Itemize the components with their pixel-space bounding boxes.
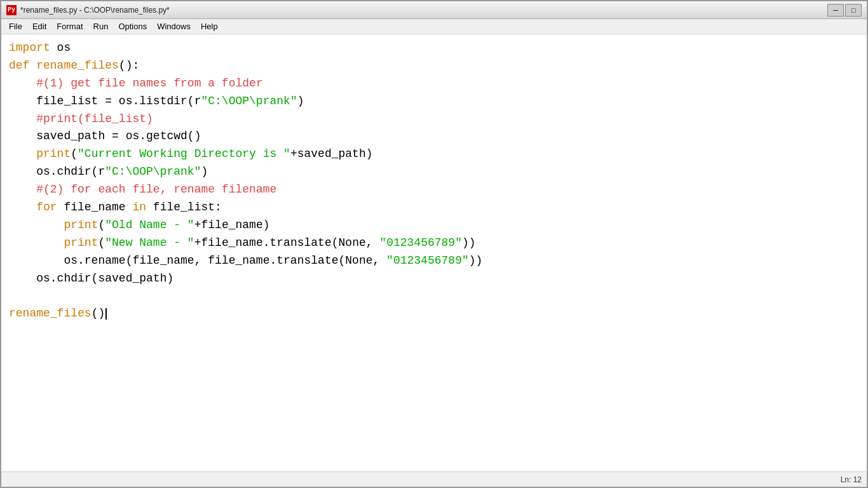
code-line-4: file_list = os.listdir(r"C:\OOP\prank") — [9, 93, 859, 111]
keyword-import: import — [9, 41, 50, 54]
code-editor[interactable]: import os def rename_files(): #(1) get f… — [1, 34, 867, 471]
menu-options[interactable]: Options — [113, 20, 152, 32]
text-cursor — [105, 308, 107, 320]
code-line-9: #(2) for each file, rename filename — [9, 181, 859, 199]
code-line-8: os.chdir(r"C:\OOP\prank") — [9, 163, 859, 181]
code-line-11: print("Old Name - "+file_name) — [9, 217, 859, 234]
menu-file[interactable]: File — [4, 20, 27, 32]
title-bar-text: *rename_files.py - C:\OOP\rename_files.p… — [20, 6, 827, 15]
menu-run[interactable]: Run — [88, 20, 114, 32]
keyword-def: def — [9, 59, 29, 72]
code-line-13: os.rename(file_name, file_name.translate… — [9, 252, 859, 270]
code-line-6: saved_path = os.getcwd() — [9, 128, 859, 146]
menu-help[interactable]: Help — [196, 20, 223, 32]
menu-edit[interactable]: Edit — [27, 20, 51, 32]
menu-format[interactable]: Format — [51, 20, 88, 32]
code-line-14: os.chdir(saved_path) — [9, 270, 859, 288]
code-line-1: import os — [9, 39, 859, 57]
maximize-button[interactable]: □ — [845, 4, 862, 17]
app-icon: Py — [6, 5, 17, 15]
line-info: Ln: 12 — [841, 475, 862, 484]
code-line-5: #print(file_list) — [9, 111, 859, 128]
code-line-16: rename_files() — [9, 305, 859, 323]
code-line-7: print("Current Working Directory is "+sa… — [9, 146, 859, 163]
code-line-12: print("New Name - "+file_name.translate(… — [9, 234, 859, 252]
status-bar: Ln: 12 — [1, 471, 867, 487]
code-line-3: #(1) get file names from a folder — [9, 75, 859, 93]
code-line-15 — [9, 287, 859, 305]
menu-windows[interactable]: Windows — [152, 20, 196, 32]
menu-bar: File Edit Format Run Options Windows Hel… — [1, 19, 867, 34]
title-bar: Py *rename_files.py - C:\OOP\rename_file… — [1, 1, 867, 19]
code-line-10: for file_name in file_list: — [9, 199, 859, 217]
window-controls: ─ □ — [827, 4, 862, 17]
minimize-button[interactable]: ─ — [827, 4, 844, 17]
main-window: Py *rename_files.py - C:\OOP\rename_file… — [0, 0, 868, 488]
code-line-2: def rename_files(): — [9, 57, 859, 75]
